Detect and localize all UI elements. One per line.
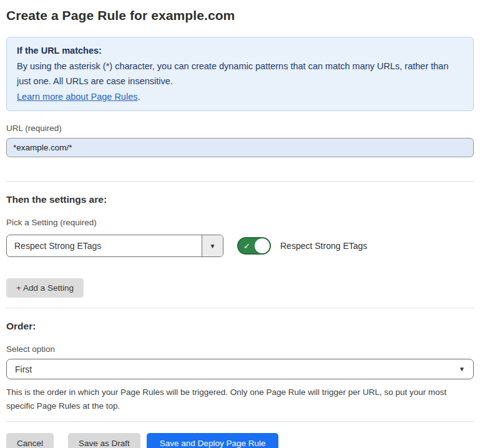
toggle-knob xyxy=(255,238,270,253)
actions-row: Cancel Save as Draft Save and Deploy Pag… xyxy=(6,433,474,448)
url-match-info-box: If the URL matches: By using the asteris… xyxy=(6,37,474,111)
order-select[interactable]: First ▼ xyxy=(6,359,474,379)
learn-more-link[interactable]: Learn more about Page Rules xyxy=(17,92,137,102)
page-title: Create a Page Rule for example.com xyxy=(6,8,474,23)
order-select-value: First xyxy=(15,364,459,374)
setting-select-arrow-button[interactable]: ▼ xyxy=(202,235,223,256)
page-rule-form: Create a Page Rule for example.com If th… xyxy=(0,0,480,448)
settings-heading: Then the settings are: xyxy=(6,194,474,205)
setting-select[interactable]: Respect Strong ETags ▼ xyxy=(6,235,223,257)
setting-row: Respect Strong ETags ▼ ✓ Respect Strong … xyxy=(6,235,474,257)
footer-divider xyxy=(6,421,474,422)
add-setting-button[interactable]: + Add a Setting xyxy=(6,278,84,298)
toggle-label: Respect Strong ETags xyxy=(280,241,367,251)
order-heading: Order: xyxy=(6,321,474,332)
setting-toggle[interactable]: ✓ xyxy=(237,237,271,255)
cancel-button[interactable]: Cancel xyxy=(6,433,54,448)
setting-select-value: Respect Strong ETags xyxy=(7,235,202,256)
section-divider xyxy=(6,308,474,308)
info-box-body: By using the asterisk (*) character, you… xyxy=(17,59,463,89)
save-draft-button[interactable]: Save as Draft xyxy=(68,433,140,448)
url-input[interactable] xyxy=(6,138,474,157)
order-select-label: Select option xyxy=(6,344,474,354)
info-box-heading: If the URL matches: xyxy=(17,43,463,59)
info-box-link-line: Learn more about Page Rules. xyxy=(17,89,463,105)
chevron-down-icon: ▼ xyxy=(459,366,465,373)
link-suffix: . xyxy=(137,92,140,102)
check-icon: ✓ xyxy=(243,242,250,250)
url-field-label: URL (required) xyxy=(6,124,474,133)
section-divider xyxy=(6,181,474,182)
save-deploy-button[interactable]: Save and Deploy Page Rule xyxy=(147,433,279,448)
chevron-down-icon: ▼ xyxy=(210,243,216,250)
order-help-text: This is the order in which your Page Rul… xyxy=(6,386,471,413)
setting-picker-label: Pick a Setting (required) xyxy=(6,218,474,227)
